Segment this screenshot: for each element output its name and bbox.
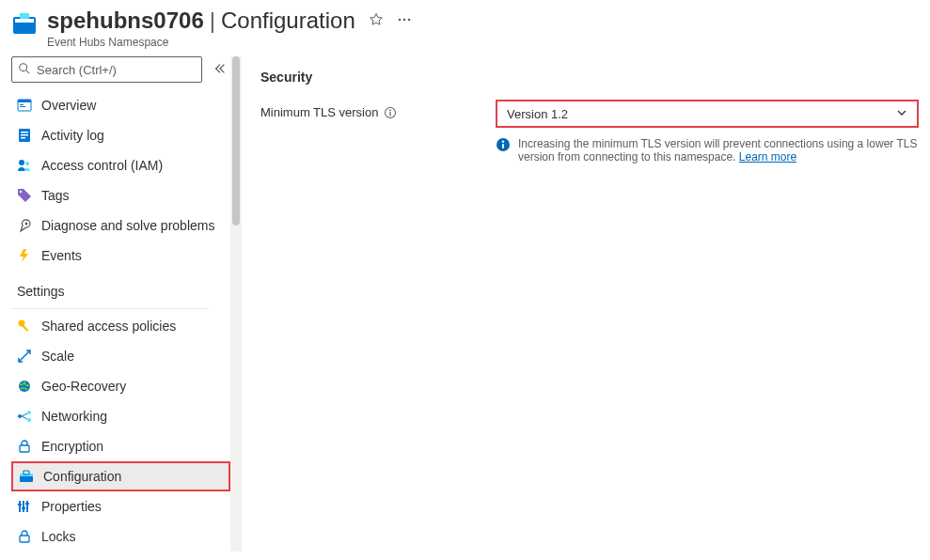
sidebar-item-tags[interactable]: Tags — [11, 180, 230, 210]
svg-point-41 — [502, 141, 504, 143]
svg-point-19 — [25, 223, 28, 226]
svg-rect-34 — [22, 507, 25, 509]
svg-rect-42 — [502, 144, 504, 148]
svg-point-5 — [407, 18, 410, 21]
page-name: Configuration — [221, 8, 355, 34]
svg-point-17 — [25, 162, 29, 165]
sidebar-item-diagnose[interactable]: Diagnose and solve problems — [11, 210, 230, 241]
svg-rect-11 — [20, 106, 25, 107]
page-title: spehubns0706 | Configuration — [47, 8, 355, 34]
diagnose-icon — [17, 218, 32, 233]
sidebar: Overview Activity log Access control (IA… — [0, 56, 230, 552]
svg-rect-33 — [18, 504, 22, 506]
lock-icon — [17, 439, 32, 454]
more-actions-icon[interactable] — [397, 12, 412, 30]
sidebar-label: Access control (IAM) — [41, 158, 163, 173]
sidebar-label: Configuration — [43, 469, 121, 484]
sidebar-label: Geo-Recovery — [41, 379, 126, 394]
overview-icon — [17, 98, 32, 113]
tls-select-value: Version 1.2 — [507, 107, 568, 121]
globe-icon — [17, 379, 32, 394]
favorite-star-icon[interactable] — [369, 12, 384, 30]
sidebar-label: Locks — [41, 529, 76, 544]
sidebar-item-encryption[interactable]: Encryption — [11, 431, 230, 461]
svg-rect-31 — [23, 501, 24, 512]
sidebar-label: Properties — [41, 499, 102, 514]
lock-icon — [17, 529, 32, 544]
svg-point-25 — [27, 418, 31, 422]
svg-rect-26 — [20, 445, 29, 452]
sidebar-item-access-control[interactable]: Access control (IAM) — [11, 150, 230, 180]
chevron-down-icon — [896, 107, 907, 121]
key-icon — [17, 319, 32, 334]
svg-rect-15 — [21, 137, 25, 139]
svg-point-23 — [18, 414, 22, 418]
sidebar-label: Networking — [41, 409, 107, 424]
tls-info-text: Increasing the minimum TLS version will … — [518, 137, 919, 163]
sidebar-item-locks[interactable]: Locks — [11, 521, 230, 552]
svg-rect-30 — [19, 501, 21, 512]
sidebar-item-properties[interactable]: Properties — [11, 491, 230, 521]
search-box[interactable] — [11, 56, 202, 83]
sidebar-label: Tags — [41, 188, 70, 203]
resource-type-label: Event Hubs Namespace — [47, 36, 412, 49]
svg-rect-35 — [25, 503, 29, 505]
title-separator: | — [210, 8, 215, 34]
security-heading: Security — [260, 70, 921, 85]
sidebar-item-geo-recovery[interactable]: Geo-Recovery — [11, 371, 230, 401]
resource-name: spehubns0706 — [47, 8, 204, 34]
svg-point-6 — [20, 63, 27, 70]
svg-rect-14 — [21, 134, 28, 136]
settings-section-label: Settings — [11, 271, 230, 304]
sidebar-label: Encryption — [41, 439, 103, 454]
sidebar-label: Overview — [41, 98, 96, 113]
scrollbar-thumb[interactable] — [232, 56, 240, 226]
sidebar-item-networking[interactable]: Networking — [11, 401, 230, 431]
svg-rect-9 — [18, 100, 31, 102]
svg-point-24 — [27, 411, 31, 414]
svg-line-7 — [26, 70, 30, 73]
sidebar-scrollbar[interactable] — [230, 56, 242, 552]
svg-rect-10 — [20, 104, 24, 105]
sidebar-label: Activity log — [41, 128, 104, 143]
svg-rect-32 — [26, 501, 28, 512]
sidebar-label: Shared access policies — [41, 319, 176, 334]
collapse-sidebar-icon[interactable] — [210, 58, 230, 82]
tls-label: Minimum TLS version — [260, 105, 378, 119]
sidebar-label: Scale — [41, 349, 74, 364]
tls-info-box: Increasing the minimum TLS version will … — [496, 137, 919, 163]
networking-icon — [17, 409, 32, 424]
main-content: Security Minimum TLS version Version 1.2 — [242, 56, 930, 552]
divider — [11, 308, 209, 309]
svg-rect-39 — [390, 112, 391, 116]
svg-rect-1 — [15, 19, 34, 23]
sidebar-label: Diagnose and solve problems — [41, 218, 214, 233]
sidebar-item-activity-log[interactable]: Activity log — [11, 120, 230, 150]
events-icon — [17, 248, 32, 263]
eventhub-namespace-icon — [11, 11, 38, 38]
svg-point-38 — [390, 109, 392, 111]
sidebar-item-configuration[interactable]: Configuration — [11, 461, 230, 491]
sidebar-label: Events — [41, 248, 82, 263]
sidebar-item-overview[interactable]: Overview — [11, 90, 230, 120]
tls-label-row: Minimum TLS version — [260, 100, 486, 119]
tls-version-select[interactable]: Version 1.2 — [496, 100, 919, 128]
learn-more-link[interactable]: Learn more — [739, 150, 796, 163]
sidebar-item-scale[interactable]: Scale — [11, 341, 230, 371]
svg-point-16 — [19, 160, 24, 165]
svg-rect-2 — [20, 13, 29, 19]
search-input[interactable] — [37, 63, 196, 77]
svg-point-3 — [398, 18, 401, 21]
search-icon — [18, 62, 31, 78]
page-header: spehubns0706 | Configuration Event Hubs … — [0, 0, 930, 56]
access-control-icon — [17, 158, 32, 173]
info-icon[interactable] — [384, 106, 397, 119]
sidebar-item-shared-access-policies[interactable]: Shared access policies — [11, 311, 230, 341]
svg-point-4 — [402, 18, 405, 21]
svg-rect-13 — [21, 132, 28, 133]
svg-point-18 — [20, 191, 23, 194]
sidebar-item-events[interactable]: Events — [11, 241, 230, 271]
toolbox-icon — [19, 469, 34, 484]
svg-rect-21 — [22, 324, 29, 332]
scale-icon — [17, 349, 32, 364]
